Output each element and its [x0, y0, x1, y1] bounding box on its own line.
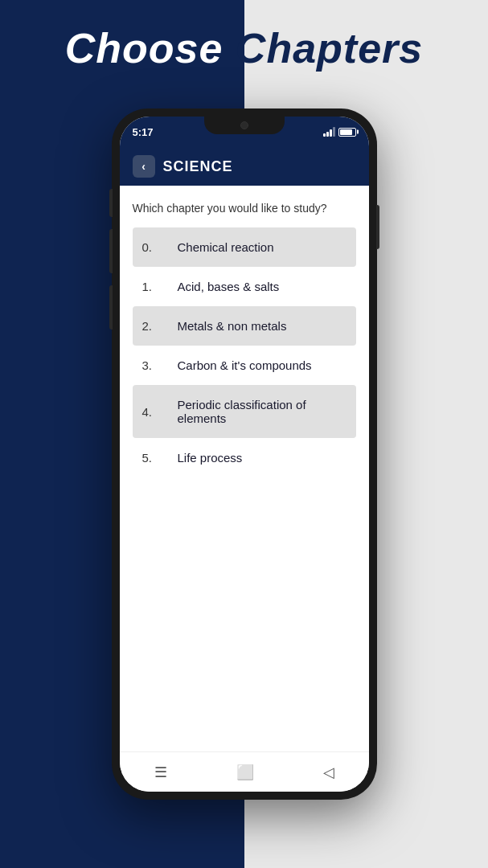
chapter-list: 0.Chemical reaction1.Acid, bases & salts… — [133, 227, 356, 477]
chapter-name-5: Life process — [178, 451, 243, 465]
chapter-item-5[interactable]: 5.Life process — [133, 438, 356, 477]
chapter-name-3: Carbon & it's compounds — [178, 358, 312, 372]
status-icons — [323, 127, 356, 137]
chapter-name-4: Periodic classification of elements — [178, 398, 347, 425]
chapter-item-0[interactable]: 0.Chemical reaction — [133, 227, 356, 267]
phone-mockup: 5:17 ‹ SCIENCE Which chapter you would — [112, 108, 377, 800]
volume-down-button — [109, 285, 113, 330]
back-button[interactable]: ‹ — [133, 155, 155, 178]
chapter-name-2: Metals & non metals — [178, 319, 287, 333]
chapter-number-2: 2. — [142, 319, 162, 333]
title-choose: Choose — [65, 25, 223, 72]
camera-cutout — [240, 121, 248, 129]
page-title-container: Choose Chapters — [0, 24, 488, 72]
chapter-name-0: Chemical reaction — [178, 240, 274, 254]
subject-title: SCIENCE — [163, 158, 233, 175]
app-header: ‹ SCIENCE — [120, 147, 369, 186]
chapter-number-4: 4. — [142, 405, 162, 419]
chapter-number-3: 3. — [142, 358, 162, 372]
question-text: Which chapter you would like to study? — [133, 202, 356, 215]
power-button — [376, 205, 379, 249]
chapter-item-3[interactable]: 3.Carbon & it's compounds — [133, 346, 356, 385]
notch — [204, 117, 285, 134]
content-area: Which chapter you would like to study? 0… — [120, 186, 369, 751]
chapter-name-1: Acid, bases & salts — [178, 280, 280, 293]
chapter-item-4[interactable]: 4.Periodic classification of elements — [133, 385, 356, 438]
status-time: 5:17 — [133, 126, 154, 138]
phone-screen: 5:17 ‹ SCIENCE Which chapter you would — [120, 117, 369, 792]
back-nav-icon[interactable]: ◁ — [323, 764, 334, 781]
chapter-number-5: 5. — [142, 451, 162, 465]
title-chapters: Chapters — [223, 25, 423, 72]
chapter-item-1[interactable]: 1.Acid, bases & salts — [133, 267, 356, 306]
home-icon[interactable]: ⬜ — [236, 764, 254, 781]
status-bar: 5:17 — [120, 117, 369, 147]
signal-icon — [323, 127, 335, 137]
mute-button — [109, 189, 113, 217]
battery-icon — [338, 128, 356, 137]
bottom-navigation: ☰ ⬜ ◁ — [120, 751, 369, 792]
battery-fill — [340, 129, 352, 135]
chapter-number-0: 0. — [142, 240, 162, 254]
menu-icon[interactable]: ☰ — [154, 764, 167, 781]
chapter-item-2[interactable]: 2.Metals & non metals — [133, 306, 356, 346]
chevron-left-icon: ‹ — [141, 161, 146, 172]
volume-up-button — [109, 229, 113, 273]
chapter-number-1: 1. — [142, 280, 162, 293]
